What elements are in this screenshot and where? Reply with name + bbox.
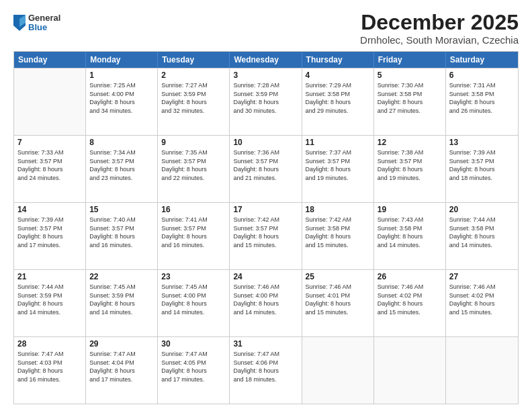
cell-info: Sunrise: 7:39 AM Sunset: 3:57 PM Dayligh… [17,216,82,249]
day-cell-empty [446,337,518,404]
day-cell-5: 5Sunrise: 7:30 AM Sunset: 3:58 PM Daylig… [374,68,446,135]
day-cell-16: 16Sunrise: 7:41 AM Sunset: 3:57 PM Dayli… [158,203,230,269]
header-day-saturday: Saturday [446,52,518,68]
day-number: 28 [17,339,82,349]
day-number: 8 [89,138,154,147]
day-number: 10 [233,138,298,147]
calendar-body: 1Sunrise: 7:25 AM Sunset: 4:00 PM Daylig… [14,68,518,404]
page: General Blue December 2025 Drnholec, Sou… [0,0,532,411]
day-number: 18 [306,205,370,214]
day-number: 27 [449,272,515,281]
day-number: 5 [378,71,442,80]
day-cell-28: 28Sunrise: 7:47 AM Sunset: 4:03 PM Dayli… [14,337,86,404]
day-cell-21: 21Sunrise: 7:44 AM Sunset: 3:59 PM Dayli… [14,270,86,336]
day-number: 1 [89,71,154,80]
week-row-1: 1Sunrise: 7:25 AM Sunset: 4:00 PM Daylig… [14,68,518,135]
day-number: 13 [449,138,515,147]
day-cell-11: 11Sunrise: 7:37 AM Sunset: 3:57 PM Dayli… [302,136,374,202]
day-cell-20: 20Sunrise: 7:44 AM Sunset: 3:58 PM Dayli… [446,203,518,269]
day-cell-15: 15Sunrise: 7:40 AM Sunset: 3:57 PM Dayli… [86,203,158,269]
day-cell-24: 24Sunrise: 7:46 AM Sunset: 4:00 PM Dayli… [230,270,302,336]
cell-info: Sunrise: 7:27 AM Sunset: 3:59 PM Dayligh… [161,81,226,115]
title-block: December 2025 Drnholec, South Moravian, … [360,11,519,46]
day-number: 3 [233,71,298,80]
day-number: 6 [449,71,515,80]
day-cell-26: 26Sunrise: 7:46 AM Sunset: 4:02 PM Dayli… [374,270,446,336]
logo-general-text: General [28,13,60,23]
logo-blue-text: Blue [28,23,60,32]
day-number: 9 [161,138,226,147]
day-cell-3: 3Sunrise: 7:28 AM Sunset: 3:59 PM Daylig… [230,68,302,135]
day-cell-1: 1Sunrise: 7:25 AM Sunset: 4:00 PM Daylig… [86,68,158,135]
day-number: 11 [306,138,370,147]
day-number: 12 [378,138,442,147]
cell-info: Sunrise: 7:31 AM Sunset: 3:58 PM Dayligh… [449,81,515,115]
cell-info: Sunrise: 7:42 AM Sunset: 3:57 PM Dayligh… [233,216,298,249]
day-number: 30 [161,339,226,349]
cell-info: Sunrise: 7:42 AM Sunset: 3:58 PM Dayligh… [306,216,370,249]
cell-info: Sunrise: 7:33 AM Sunset: 3:57 PM Dayligh… [17,148,82,182]
cell-info: Sunrise: 7:29 AM Sunset: 3:58 PM Dayligh… [306,81,370,115]
cell-info: Sunrise: 7:44 AM Sunset: 3:58 PM Dayligh… [449,216,515,249]
header-day-tuesday: Tuesday [158,52,230,68]
day-cell-27: 27Sunrise: 7:46 AM Sunset: 4:02 PM Dayli… [446,270,518,336]
week-row-3: 14Sunrise: 7:39 AM Sunset: 3:57 PM Dayli… [14,202,518,269]
day-number: 16 [161,205,226,214]
day-cell-13: 13Sunrise: 7:39 AM Sunset: 3:57 PM Dayli… [446,136,518,202]
day-cell-19: 19Sunrise: 7:43 AM Sunset: 3:58 PM Dayli… [374,203,446,269]
logo-text: General Blue [28,13,60,33]
header-day-wednesday: Wednesday [230,52,302,68]
day-cell-empty [374,337,446,404]
day-number: 26 [378,272,442,281]
cell-info: Sunrise: 7:46 AM Sunset: 4:00 PM Dayligh… [233,283,298,316]
week-row-2: 7Sunrise: 7:33 AM Sunset: 3:57 PM Daylig… [14,135,518,202]
cell-info: Sunrise: 7:47 AM Sunset: 4:03 PM Dayligh… [17,350,82,383]
day-cell-8: 8Sunrise: 7:34 AM Sunset: 3:57 PM Daylig… [86,136,158,202]
day-cell-23: 23Sunrise: 7:45 AM Sunset: 4:00 PM Dayli… [158,270,230,336]
cell-info: Sunrise: 7:36 AM Sunset: 3:57 PM Dayligh… [233,148,298,182]
day-number: 15 [89,205,154,214]
cell-info: Sunrise: 7:35 AM Sunset: 3:57 PM Dayligh… [161,148,226,182]
day-number: 7 [17,138,82,147]
calendar: SundayMondayTuesdayWednesdayThursdayFrid… [13,51,519,404]
week-row-4: 21Sunrise: 7:44 AM Sunset: 3:59 PM Dayli… [14,269,518,336]
day-cell-14: 14Sunrise: 7:39 AM Sunset: 3:57 PM Dayli… [14,203,86,269]
day-cell-29: 29Sunrise: 7:47 AM Sunset: 4:04 PM Dayli… [86,337,158,404]
logo-icon [13,15,26,31]
day-number: 22 [89,272,154,281]
cell-info: Sunrise: 7:46 AM Sunset: 4:01 PM Dayligh… [306,283,370,316]
cell-info: Sunrise: 7:45 AM Sunset: 3:59 PM Dayligh… [89,283,154,316]
day-cell-22: 22Sunrise: 7:45 AM Sunset: 3:59 PM Dayli… [86,270,158,336]
header-day-sunday: Sunday [14,52,86,68]
day-cell-empty [14,68,86,135]
cell-info: Sunrise: 7:34 AM Sunset: 3:57 PM Dayligh… [89,148,154,182]
day-number: 31 [233,339,298,349]
cell-info: Sunrise: 7:37 AM Sunset: 3:57 PM Dayligh… [306,148,370,182]
cell-info: Sunrise: 7:40 AM Sunset: 3:57 PM Dayligh… [89,216,154,249]
cell-info: Sunrise: 7:30 AM Sunset: 3:58 PM Dayligh… [378,81,442,115]
cell-info: Sunrise: 7:43 AM Sunset: 3:58 PM Dayligh… [378,216,442,249]
day-number: 4 [306,71,370,80]
day-cell-empty [302,337,374,404]
calendar-header-row: SundayMondayTuesdayWednesdayThursdayFrid… [14,52,518,68]
header-day-thursday: Thursday [302,52,374,68]
calendar-subtitle: Drnholec, South Moravian, Czechia [360,34,519,46]
cell-info: Sunrise: 7:41 AM Sunset: 3:57 PM Dayligh… [161,216,226,249]
day-number: 14 [17,205,82,214]
day-number: 17 [233,205,298,214]
day-cell-17: 17Sunrise: 7:42 AM Sunset: 3:57 PM Dayli… [230,203,302,269]
week-row-5: 28Sunrise: 7:47 AM Sunset: 4:03 PM Dayli… [14,336,518,404]
day-cell-9: 9Sunrise: 7:35 AM Sunset: 3:57 PM Daylig… [158,136,230,202]
cell-info: Sunrise: 7:44 AM Sunset: 3:59 PM Dayligh… [17,283,82,316]
cell-info: Sunrise: 7:25 AM Sunset: 4:00 PM Dayligh… [89,81,154,115]
day-number: 21 [17,272,82,281]
calendar-title: December 2025 [360,11,519,34]
day-number: 2 [161,71,226,80]
day-cell-25: 25Sunrise: 7:46 AM Sunset: 4:01 PM Dayli… [302,270,374,336]
day-cell-7: 7Sunrise: 7:33 AM Sunset: 3:57 PM Daylig… [14,136,86,202]
day-number: 24 [233,272,298,281]
day-number: 19 [378,205,442,214]
header-day-friday: Friday [374,52,446,68]
day-cell-18: 18Sunrise: 7:42 AM Sunset: 3:58 PM Dayli… [302,203,374,269]
day-cell-6: 6Sunrise: 7:31 AM Sunset: 3:58 PM Daylig… [446,68,518,135]
